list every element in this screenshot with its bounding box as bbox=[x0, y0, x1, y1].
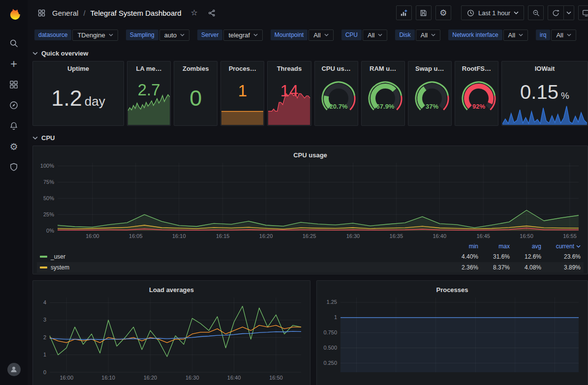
variable-value-dropdown[interactable]: All bbox=[416, 30, 440, 41]
cpu-usage-chart[interactable]: 16:0016:0516:1016:1516:2016:2516:3016:35… bbox=[37, 159, 584, 240]
svg-text:16:55: 16:55 bbox=[563, 233, 577, 239]
svg-text:3: 3 bbox=[43, 317, 46, 323]
series-toggle[interactable]: system bbox=[40, 264, 447, 271]
dashboard-grid-button[interactable] bbox=[34, 6, 48, 20]
variable-label: Server bbox=[197, 30, 222, 40]
sidebar-item-explore[interactable] bbox=[3, 95, 25, 115]
stat-value: 2.7 bbox=[138, 82, 160, 98]
legend-col-current[interactable]: current bbox=[541, 243, 581, 250]
stat-value: 0.15 bbox=[520, 82, 558, 102]
svg-text:20.7%: 20.7% bbox=[329, 103, 347, 110]
panel-ram-usage-gauge: RAM u… 67.9% bbox=[361, 61, 405, 126]
svg-text:92%: 92% bbox=[472, 103, 485, 110]
sidebar-item-search[interactable] bbox=[3, 33, 25, 53]
star-dashboard-button[interactable]: ☆ bbox=[187, 6, 201, 20]
bottom-row: Load averages 16:0016:1016:2016:3016:401… bbox=[32, 280, 588, 385]
refresh-button[interactable] bbox=[548, 5, 563, 20]
refresh-group bbox=[548, 5, 574, 20]
panel-title[interactable]: Swap u… bbox=[408, 61, 451, 72]
dashboard-title[interactable]: Telegraf System Dashboard bbox=[91, 9, 182, 17]
sidebar-item-configuration[interactable]: ⚙ bbox=[3, 137, 25, 156]
variable-value-dropdown[interactable]: All bbox=[309, 30, 333, 41]
add-panel-button[interactable] bbox=[396, 5, 412, 20]
panel-uptime: Uptime 1.2 day bbox=[32, 61, 124, 126]
stat-value: 1.2 bbox=[51, 87, 82, 109]
zoom-out-time-button[interactable] bbox=[528, 5, 544, 20]
row-header-quick-overview[interactable]: Quick overview bbox=[32, 47, 88, 59]
processes-chart[interactable]: 1.2510.7500.5000.250 bbox=[321, 294, 584, 382]
sidebar-item-server-admin[interactable] bbox=[3, 157, 25, 177]
variable-value-dropdown[interactable]: TDengine bbox=[72, 30, 118, 41]
cpu-legend: min max avg current _user 4.40% bbox=[37, 241, 584, 274]
topnav-actions: ⚙ Last 1 hour bbox=[396, 5, 583, 20]
variable-label: Sampling bbox=[126, 30, 158, 40]
legend-header: min max avg current bbox=[37, 241, 584, 251]
svg-text:67.9%: 67.9% bbox=[376, 103, 394, 110]
panel-rootfs-gauge: RootFS… 92% bbox=[455, 61, 498, 126]
series-toggle[interactable]: _user bbox=[40, 253, 447, 260]
variables-bar: datasource TDengine Sampling auto Server… bbox=[28, 26, 588, 44]
panel-swap-usage-gauge: Swap u… 37% bbox=[408, 61, 452, 126]
panel-processes-stat: Proces… 1 bbox=[220, 61, 264, 126]
svg-text:0.750: 0.750 bbox=[323, 329, 337, 335]
load-averages-chart[interactable]: 16:0016:1016:2016:3016:4016:5001234 bbox=[37, 294, 306, 382]
zoom-out-icon bbox=[532, 9, 540, 17]
variable-value-dropdown[interactable]: All bbox=[551, 30, 576, 41]
share-icon bbox=[208, 9, 216, 17]
chevron-down-icon bbox=[109, 33, 113, 36]
chevron-down-icon bbox=[514, 11, 519, 14]
share-dashboard-button[interactable] bbox=[205, 6, 219, 20]
time-range-picker[interactable]: Last 1 hour bbox=[461, 5, 524, 20]
variable-label: Network interface bbox=[448, 30, 502, 40]
sidebar-item-alerting[interactable] bbox=[3, 116, 25, 136]
panel-title[interactable]: RAM u… bbox=[362, 61, 404, 72]
panel-processes-chart: Processes 1.2510.7500.5000.250 bbox=[316, 280, 588, 385]
search-icon bbox=[9, 38, 19, 48]
panel-la-medium: LA me… 2.7 bbox=[127, 61, 171, 126]
row-title: Quick overview bbox=[41, 50, 88, 57]
refresh-interval-dropdown[interactable] bbox=[563, 5, 574, 20]
legend-col-avg[interactable]: avg bbox=[510, 243, 541, 250]
save-dashboard-button[interactable] bbox=[416, 5, 432, 20]
sidebar-item-dashboards[interactable] bbox=[3, 75, 25, 94]
stat-value: 1 bbox=[238, 83, 247, 99]
svg-text:25%: 25% bbox=[43, 211, 54, 217]
variable-value-dropdown[interactable]: All bbox=[363, 30, 387, 41]
dashboard-settings-button[interactable]: ⚙ bbox=[435, 5, 451, 20]
variable-label: CPU bbox=[341, 30, 362, 40]
breadcrumb-folder[interactable]: General bbox=[52, 9, 78, 17]
grafana-logo[interactable] bbox=[3, 4, 25, 26]
sidebar-item-create[interactable]: + bbox=[3, 54, 25, 74]
legend-min: 2.36% bbox=[447, 264, 478, 271]
sort-chevron-icon bbox=[576, 245, 581, 248]
panel-title[interactable]: RootFS… bbox=[455, 61, 498, 72]
variable-current-value: All bbox=[508, 31, 515, 39]
panel-cpu-usage-gauge: CPU us… 20.7% bbox=[314, 61, 358, 126]
variable-current-value: All bbox=[313, 31, 320, 39]
clock-icon bbox=[466, 9, 475, 17]
panel-title[interactable]: Load averages bbox=[37, 283, 306, 294]
row-header-cpu[interactable]: CPU bbox=[32, 132, 55, 144]
variable-mountpoint: Mountpoint All bbox=[271, 30, 334, 41]
panel-title[interactable]: CPU usage bbox=[37, 148, 584, 159]
rootfs-gauge: 92% bbox=[455, 80, 498, 118]
plus-icon: + bbox=[10, 58, 17, 70]
chevron-down-icon bbox=[378, 33, 382, 36]
user-avatar[interactable] bbox=[3, 359, 25, 379]
refresh-icon bbox=[552, 9, 560, 17]
variable-value-dropdown[interactable]: telegraf bbox=[223, 30, 262, 41]
svg-text:0%: 0% bbox=[46, 228, 54, 234]
svg-text:4: 4 bbox=[43, 299, 46, 305]
star-icon: ☆ bbox=[190, 9, 197, 17]
panel-cpu-usage: CPU usage 16:0016:0516:1016:1516:2016:25… bbox=[32, 146, 588, 274]
variable-value-dropdown[interactable]: auto bbox=[159, 30, 189, 41]
legend-col-min[interactable]: min bbox=[447, 243, 478, 250]
variable-value-dropdown[interactable]: All bbox=[503, 30, 528, 41]
panel-title[interactable]: Processes bbox=[321, 283, 584, 294]
svg-text:16:00: 16:00 bbox=[86, 233, 99, 239]
panel-title[interactable]: CPU us… bbox=[315, 61, 358, 72]
cycle-view-mode-button[interactable] bbox=[578, 5, 588, 20]
cpu-usage-gauge: 20.7% bbox=[315, 80, 358, 118]
legend-col-max[interactable]: max bbox=[478, 243, 510, 250]
variable-current-value: auto bbox=[164, 31, 177, 39]
